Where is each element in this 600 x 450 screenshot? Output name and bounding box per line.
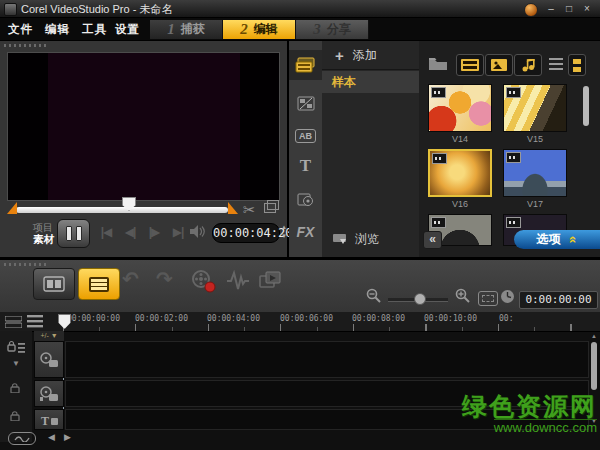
scroll-left-icon[interactable]: ◀ [48,432,55,442]
timeline-view-button[interactable] [78,268,120,300]
sound-mixer-icon[interactable] [226,270,250,292]
storyboard-icon [43,276,65,292]
menu-bar: 文件 编辑 工具 设置 1 捕获 2 编辑 3 分享 [0,18,600,40]
title-track-lock-icon[interactable] [10,411,21,421]
timeline-scrollbar[interactable]: ▲ ▼ [590,333,598,424]
options-button[interactable]: 选项 « [514,230,600,249]
pause-bar [66,226,72,241]
thumbnail-v17-label: V17 [503,199,567,209]
filter-video-button[interactable] [456,54,484,76]
zoom-out-icon[interactable] [366,288,382,304]
prev-frame-button[interactable]: ◀| [119,225,141,239]
timecode-up-icon[interactable]: ▲ [280,224,288,230]
filter-category-button[interactable]: FX [289,219,322,245]
corel-guide-icon[interactable] [524,3,538,17]
overlay-track-lock-icon[interactable] [10,383,21,393]
timeline-timecode[interactable]: 0:00:00:00 [519,291,598,309]
timecode-down-icon[interactable]: ▼ [280,233,288,239]
video-track-row[interactable] [65,341,589,378]
thumbnail-v16-selected[interactable] [428,149,492,197]
track-list-icon[interactable] [27,315,43,328]
overlay-track-header[interactable] [34,380,64,407]
thumbnail-v17[interactable] [503,149,567,197]
menu-settings[interactable]: 设置 [115,22,140,37]
music-note-icon [522,59,535,72]
enlarge-preview-icon[interactable] [264,203,276,213]
zoom-in-icon[interactable] [455,288,471,304]
title-track-row[interactable] [65,409,589,430]
redo-button[interactable]: ↷ [156,267,173,291]
gallery-scrollbar[interactable] [583,86,589,126]
maximize-button[interactable]: □ [562,2,576,15]
fit-timeline-button[interactable] [478,291,498,306]
volume-icon[interactable] [190,225,207,238]
storyboard-view-button[interactable] [33,268,75,300]
scroll-down-icon[interactable]: ▼ [590,418,598,424]
overlay-track-row[interactable] [65,380,589,407]
thumbnail-v14[interactable] [428,84,492,132]
graphic-category-button[interactable] [289,185,322,213]
record-capture-icon[interactable] [190,269,216,293]
undo-button[interactable]: ↶ [122,267,139,291]
thumbnail-v15-label: V15 [503,134,567,144]
preview-video-frame [48,53,240,200]
title-ab-category-button[interactable]: AB [289,123,322,149]
library-category-list: + 添加 样本 浏览 [322,41,420,257]
end-button[interactable]: ▶| [167,225,189,239]
tab-share-label: 分享 [327,21,351,38]
video-track-header[interactable] [34,341,64,378]
sample-folder-item[interactable]: 样本 [322,71,419,93]
app-window: Corel VideoStudio Pro - 未命名 – □ × 文件 编辑 … [0,0,600,450]
trim-end-handle[interactable] [228,202,238,214]
thumbnail-v15[interactable] [503,84,567,132]
add-folder-button[interactable]: + 添加 [322,41,419,70]
close-button[interactable]: × [580,2,594,15]
filter-audio-button[interactable] [514,54,542,76]
minimize-button[interactable]: – [544,2,558,15]
timeline: 00:00:00:00 00:00:02:00 00:00:04:00 00:0… [0,312,600,450]
auto-music-icon[interactable] [258,270,284,292]
scroll-up-icon[interactable]: ▲ [590,333,598,339]
tab-edit[interactable]: 2 编辑 [223,20,296,39]
zoom-slider-thumb[interactable] [414,293,426,305]
menu-edit[interactable]: 编辑 [45,22,70,37]
track-lock-list-icon[interactable] [7,340,25,353]
title-track-header[interactable]: T [34,409,64,430]
thumbnail-view-button[interactable] [568,54,586,76]
menu-file[interactable]: 文件 [8,22,33,37]
trim-start-handle[interactable] [7,202,17,214]
filter-photo-button[interactable] [485,54,513,76]
library-panel: AB T FX + 添加 样本 [289,41,600,257]
home-button[interactable]: |◀ [95,225,117,239]
menu-tools[interactable]: 工具 [82,22,107,37]
photo-filter-icon [491,59,507,71]
tab-capture[interactable]: 1 捕获 [150,20,223,39]
split-clip-icon[interactable]: ✂ [243,201,256,219]
scrub-bar[interactable] [16,207,228,213]
folder-icon[interactable] [428,56,448,71]
timeline-ruler[interactable]: 00:00:00:00 00:00:02:00 00:00:04:00 00:0… [0,312,600,332]
pause-button[interactable] [57,219,90,248]
add-remove-track-button[interactable]: +/- ▼ [34,331,64,341]
scroll-mode-button[interactable] [8,432,36,445]
scroll-right-icon[interactable]: ▶ [64,432,71,442]
clip-mode-label[interactable]: 素材 [33,233,54,247]
browse-button[interactable]: 浏览 [322,227,419,251]
title-category-button[interactable]: T [289,153,322,179]
scrollbar-thumb[interactable] [591,342,597,390]
tab-share[interactable]: 3 分享 [296,20,369,39]
ruler-label: 00:00:08:00 [352,314,405,323]
transition-category-button[interactable] [289,89,322,117]
collapse-library-button[interactable]: « [423,231,442,249]
video-clip-badge-icon [506,152,521,163]
ruler-label: 00:00:02:00 [135,314,188,323]
chevron-down-icon[interactable]: ▼ [12,359,20,368]
media-category-button[interactable] [289,50,322,80]
next-frame-button[interactable]: |▶ [143,225,165,239]
app-icon [4,3,17,16]
clock-icon[interactable] [500,289,515,304]
show-all-tracks-icon[interactable] [5,316,22,328]
tab-edit-label: 编辑 [254,21,278,38]
preview-timecode[interactable]: 00:00:04:20 [212,223,280,243]
list-view-icon[interactable] [549,58,563,70]
